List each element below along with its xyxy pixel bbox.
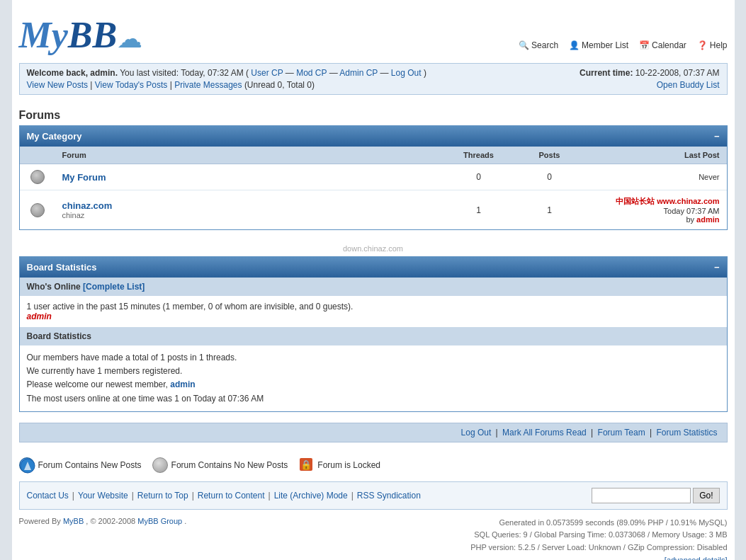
forum-table-header-row: Forum Threads Posts Last Post — [20, 147, 727, 164]
memberlist-nav-label: Member List — [582, 40, 628, 50]
board-stats-content: Our members have made a total of 1 posts… — [20, 345, 727, 411]
powered-by-section: Powered By MyBB , © 2002-2008 MyBB Group… — [19, 517, 187, 560]
forum-last-post-cell-2: 中国站长站 www.chinaz.com Today 07:37 AM by a… — [585, 190, 727, 230]
legend-locked-label: Forum is Locked — [317, 460, 380, 470]
open-buddy-list-link[interactable]: Open Buddy List — [657, 80, 720, 90]
help-nav-link[interactable]: ❓ Help — [697, 40, 728, 50]
stats-minimize-btn[interactable]: − — [714, 262, 720, 273]
footer-forum-team-link[interactable]: Forum Team — [598, 428, 645, 438]
mybb-group-link[interactable]: MyBB Group — [137, 517, 182, 525]
category-header: My Category − — [20, 126, 727, 147]
contact-us-link[interactable]: Contact Us — [27, 491, 69, 501]
current-time: Current time: 10-22-2008, 07:37 AM — [580, 68, 719, 78]
footer-search-box: Go! — [592, 488, 719, 503]
welcome-username: Welcome back, admin. — [27, 68, 118, 78]
whos-online-header: Who's Online [Complete List] — [20, 278, 727, 296]
forum-name-link[interactable]: My Forum — [62, 172, 106, 183]
legend-new-posts-item: Forum Contains New Posts — [19, 457, 142, 473]
board-statistics-block: Board Statistics − Who's Online [Complet… — [19, 256, 728, 412]
header: MyBB☁ 🔍 Search 👤 Member List 📅 Calendar … — [19, 7, 728, 102]
forum-table: Forum Threads Posts Last Post My Forum — [20, 147, 727, 229]
your-website-link[interactable]: Your Website — [78, 491, 128, 501]
view-todays-posts-link[interactable]: View Today's Posts — [95, 80, 168, 90]
welcome-end: ) — [424, 68, 426, 78]
calendar-nav-link[interactable]: 📅 Calendar — [639, 40, 686, 50]
bottom-footer: Contact Us | Your Website | Return to To… — [19, 481, 728, 510]
footer-search-button[interactable]: Go! — [693, 488, 719, 503]
table-row: chinaz.com chinaz 1 1 中国站长站 www.chinaz.c… — [20, 190, 727, 230]
stats-line1: Our members have made a total of 1 posts… — [27, 351, 720, 365]
th-threads: Threads — [443, 147, 514, 164]
advanced-details-link[interactable]: [advanced details] — [665, 556, 728, 560]
th-icon — [20, 147, 55, 164]
modcp-link[interactable]: Mod CP — [296, 68, 327, 78]
th-forum: Forum — [55, 147, 443, 164]
search-nav-label: Search — [531, 40, 558, 50]
last-post-time: Today 07:37 AM — [664, 207, 720, 215]
help-nav-icon: ❓ — [697, 40, 708, 50]
forum-posts-cell-2: 1 — [514, 190, 585, 230]
current-time-label: Current time: — [580, 68, 633, 78]
calendar-nav-label: Calendar — [652, 40, 686, 50]
last-post-user-link[interactable]: admin — [696, 215, 719, 224]
private-messages-link[interactable]: Private Messages — [174, 80, 242, 90]
return-to-content-link[interactable]: Return to Content — [198, 491, 265, 501]
footer-mark-read-link[interactable]: Mark All Forums Read — [502, 428, 587, 438]
legend: Forum Contains New Posts Forum Contains … — [19, 450, 728, 481]
view-new-posts-link[interactable]: View New Posts — [27, 80, 88, 90]
footer-search-input[interactable] — [592, 488, 691, 503]
legend-no-new-posts-item: Forum Contains No New Posts — [152, 457, 288, 473]
return-to-top-link[interactable]: Return to Top — [137, 491, 188, 501]
newest-member-link[interactable]: admin — [170, 379, 195, 389]
last-post-link[interactable]: 中国站长站 www.chinaz.com — [616, 197, 719, 205]
footer-forum-stats-link[interactable]: Forum Statistics — [656, 428, 717, 438]
board-stats-subheader: Board Statistics — [20, 327, 727, 345]
welcome-visit-text: You last visited: Today, 07:32 AM ( — [120, 68, 249, 78]
admincp-link[interactable]: Admin CP — [339, 68, 378, 78]
logout-header-link[interactable]: Log Out — [391, 68, 422, 78]
memberlist-nav-link[interactable]: 👤 Member List — [569, 40, 628, 50]
usercp-link[interactable]: User CP — [251, 68, 283, 78]
welcome-links-left: View New Posts | View Today's Posts | Pr… — [27, 80, 315, 90]
forum-name-link-2[interactable]: chinaz.com — [62, 200, 113, 211]
forum-no-new-posts-icon — [30, 203, 45, 217]
legend-locked-item: 🔒 Forum is Locked — [298, 457, 380, 474]
whos-online-text: 1 user active in the past 15 minutes (1 … — [27, 302, 720, 312]
gen-info: Generated in 0.0573599 seconds (89.09% P… — [470, 517, 727, 560]
calendar-nav-icon: 📅 — [639, 40, 650, 50]
search-nav-icon: 🔍 — [519, 40, 529, 50]
lite-mode-link[interactable]: Lite (Archive) Mode — [274, 491, 348, 501]
table-row: My Forum 0 0 Never — [20, 164, 727, 190]
whos-online-content: 1 user active in the past 15 minutes (1 … — [20, 296, 727, 327]
navbar: 🔍 Search 👤 Member List 📅 Calendar ❓ Help — [519, 40, 727, 56]
pm-info: (Unread 0, Total 0) — [244, 80, 315, 90]
legend-no-new-posts-icon — [152, 457, 168, 473]
welcome-sep2: — — [329, 68, 340, 78]
forum-name-cell-2: chinaz.com chinaz — [55, 190, 443, 230]
stats-line2: We currently have 1 members registered. — [27, 365, 720, 378]
legend-no-new-posts-label: Forum Contains No New Posts — [171, 460, 288, 470]
th-last-post: Last Post — [585, 147, 727, 164]
very-bottom: Powered By MyBB , © 2002-2008 MyBB Group… — [19, 513, 728, 560]
search-nav-link[interactable]: 🔍 Search — [519, 40, 558, 50]
stats-header: Board Statistics − — [20, 257, 727, 278]
welcome-sep1: — — [286, 68, 296, 78]
mybb-link[interactable]: MyBB — [63, 517, 84, 525]
rss-link[interactable]: RSS Syndication — [357, 491, 421, 501]
forum-new-posts-icon — [30, 170, 45, 184]
svg-text:🔒: 🔒 — [300, 459, 312, 471]
th-posts: Posts — [514, 147, 585, 164]
footer-logout-link[interactable]: Log Out — [461, 428, 492, 438]
forum-threads-cell-2: 1 — [443, 190, 514, 230]
forum-threads-cell: 0 — [443, 164, 514, 190]
category-block: My Category − Forum Threads Posts Last P… — [19, 125, 728, 230]
current-time-value: 10-22-2008, 07:37 AM — [635, 68, 720, 78]
welcome-sep3: — — [380, 68, 390, 78]
welcome-text: Welcome back, admin. You last visited: T… — [27, 68, 426, 78]
help-nav-label: Help — [710, 40, 728, 50]
legend-locked-icon: 🔒 — [298, 457, 314, 474]
category-minimize-btn[interactable]: − — [714, 131, 720, 142]
category-title: My Category — [27, 131, 82, 142]
online-user: admin — [27, 312, 720, 321]
complete-list-link[interactable]: [Complete List] — [83, 282, 145, 292]
